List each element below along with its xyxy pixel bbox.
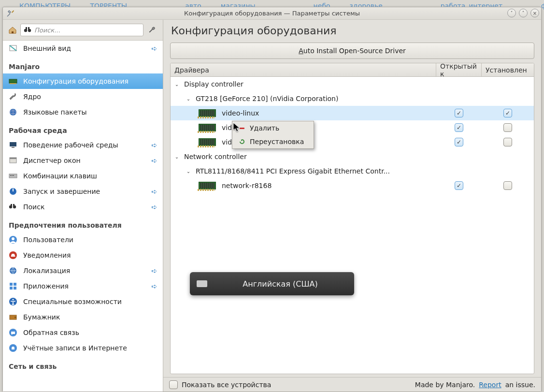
svg-rect-29 — [10, 287, 13, 290]
svg-point-24 — [12, 237, 14, 240]
context-menu-item[interactable]: Удалить — [232, 121, 314, 135]
sidebar-item[interactable]: Конфигурация оборудования — [3, 73, 163, 89]
minimize-button[interactable]: ˅ — [507, 9, 516, 17]
driver-row[interactable]: video-vesa — [171, 135, 534, 149]
col-driver[interactable]: Драйвера — [171, 63, 436, 76]
titlebar[interactable]: Конфигурация оборудования — Параметры си… — [3, 7, 541, 20]
svg-rect-9 — [10, 142, 16, 146]
sidebar-item[interactable]: Бумажник — [3, 309, 163, 325]
open-checkbox[interactable] — [455, 109, 463, 117]
svg-rect-34 — [14, 317, 16, 318]
sidebar-item[interactable]: Локализация➪ — [3, 263, 163, 278]
sidebar-item-label: Языковые пакеты — [23, 108, 158, 116]
installed-checkbox[interactable] — [503, 109, 512, 117]
tree-group-row[interactable]: ⌄Display controller — [171, 77, 534, 91]
close-button[interactable]: × — [530, 9, 539, 17]
sidebar-group-title: Manjaro — [3, 56, 163, 73]
installed-checkbox[interactable] — [503, 138, 512, 146]
window-icon — [8, 155, 18, 166]
svg-rect-27 — [10, 283, 13, 286]
caret-down-icon[interactable]: ⌄ — [174, 154, 179, 159]
search-field[interactable] — [20, 24, 143, 36]
svg-rect-5 — [9, 79, 17, 83]
open-checkbox[interactable] — [455, 123, 463, 132]
sidebar-item[interactable]: Учётные записи в Интернете — [3, 340, 163, 356]
access-icon — [8, 296, 18, 307]
sidebar-item-label: Пользователи — [23, 236, 158, 244]
sidebar-item-label: Обратная связь — [23, 329, 158, 336]
window-controls: ˅ ˄ × — [507, 9, 539, 17]
power-icon — [8, 186, 18, 197]
table-header: Драйвера Открытый к Установлен — [171, 63, 534, 77]
svg-rect-16 — [13, 175, 14, 176]
sidebar-item[interactable]: Комбинации клавиш — [3, 168, 163, 184]
driver-row[interactable]: network-r8168 — [171, 178, 534, 193]
sidebar-item-label: Специальные возможности — [23, 298, 158, 305]
footer: Показать все устройства Made by Manjaro.… — [163, 377, 541, 392]
cursor-icon — [233, 123, 241, 132]
home-icon[interactable] — [8, 25, 17, 35]
svg-rect-14 — [10, 175, 11, 176]
installed-checkbox[interactable] — [503, 123, 512, 132]
sidebar-list[interactable]: Внешний вид➪ManjaroКонфигурация оборудов… — [3, 41, 163, 392]
auto-install-button[interactable]: Auto Install Open-Source Driver — [170, 43, 534, 59]
credit-pre: Made by Manjaro. — [415, 381, 475, 389]
table-body[interactable]: ⌄Display controller⌄GT218 [GeForce 210] … — [171, 77, 534, 374]
arrow-right-icon: ➪ — [151, 203, 157, 211]
context-menu-item[interactable]: Переустановка — [232, 135, 314, 148]
tree-group-row[interactable]: ⌄GT218 [GeForce 210] (nVidia Corporation… — [171, 91, 534, 106]
menu-label: Удалить — [250, 124, 279, 132]
hw-icon — [8, 76, 18, 87]
driver-row[interactable]: video — [171, 120, 534, 135]
search-icon — [8, 202, 18, 212]
sidebar-item[interactable]: Языковые пакеты — [3, 104, 163, 120]
wallet-icon — [8, 312, 18, 322]
svg-rect-12 — [10, 158, 16, 159]
wrench-screwdriver-icon — [6, 8, 15, 20]
sidebar-group-title: Рабочая среда — [3, 120, 163, 137]
sidebar-item-label: Локализация — [23, 267, 146, 275]
sidebar-item[interactable]: Приложения➪ — [3, 278, 163, 294]
sidebar-item[interactable]: Уведомления — [3, 247, 163, 263]
sidebar-item[interactable]: Диспетчер окон➪ — [3, 153, 163, 168]
sidebar-item[interactable]: Ядро — [3, 89, 163, 104]
sidebar-item[interactable]: Внешний вид➪ — [3, 41, 163, 56]
sidebar-item-label: Уведомления — [23, 251, 158, 259]
col-installed[interactable]: Установлен — [482, 63, 534, 76]
installed-checkbox[interactable] — [503, 181, 512, 190]
wrench-icon — [8, 91, 18, 102]
sidebar-item-label: Поведение рабочей среды — [23, 141, 146, 149]
tree-group-row[interactable]: ⌄Network controller — [171, 149, 534, 164]
search-input[interactable] — [34, 27, 140, 34]
sidebar-item[interactable]: Поведение рабочей среды➪ — [3, 137, 163, 153]
driver-row[interactable]: video-linux — [171, 106, 534, 120]
report-link[interactable]: Report — [479, 381, 501, 389]
tree-group-row[interactable]: ⌄RTL8111/8168/8411 PCI Express Gigabit E… — [171, 164, 534, 178]
col-open[interactable]: Открытый к — [436, 63, 482, 76]
sidebar-item[interactable]: Поиск➪ — [3, 199, 163, 215]
open-checkbox[interactable] — [455, 181, 463, 190]
caret-down-icon[interactable]: ⌄ — [186, 96, 191, 101]
sidebar-item[interactable]: Запуск и завершение➪ — [3, 184, 163, 199]
caret-down-icon[interactable]: ⌄ — [186, 169, 191, 174]
show-all-checkbox[interactable] — [169, 380, 178, 389]
sidebar-item[interactable]: Пользователи — [3, 232, 163, 247]
open-checkbox[interactable] — [455, 138, 463, 146]
configure-button[interactable] — [146, 24, 158, 36]
svg-rect-21 — [11, 204, 12, 206]
menu-label: Переустановка — [250, 138, 304, 145]
window-title: Конфигурация оборудования — Параметры си… — [184, 10, 360, 17]
apps-icon — [8, 281, 18, 291]
arrow-right-icon: ➪ — [151, 282, 157, 290]
sidebar-item[interactable]: Специальные возможности — [3, 294, 163, 309]
sidebar-item-label: Учётные записи в Интернете — [23, 344, 158, 352]
svg-rect-15 — [12, 175, 13, 176]
caret-down-icon[interactable]: ⌄ — [174, 82, 179, 87]
svg-rect-10 — [12, 147, 14, 148]
arrow-right-icon: ➪ — [151, 267, 157, 275]
row-label: GT218 [GeForce 210] (nVidia Corporation) — [196, 95, 338, 102]
maximize-button[interactable]: ˄ — [519, 9, 528, 17]
bell-icon — [8, 250, 18, 261]
sidebar-item-label: Ядро — [23, 93, 158, 101]
sidebar-item[interactable]: Обратная связь — [3, 325, 163, 340]
